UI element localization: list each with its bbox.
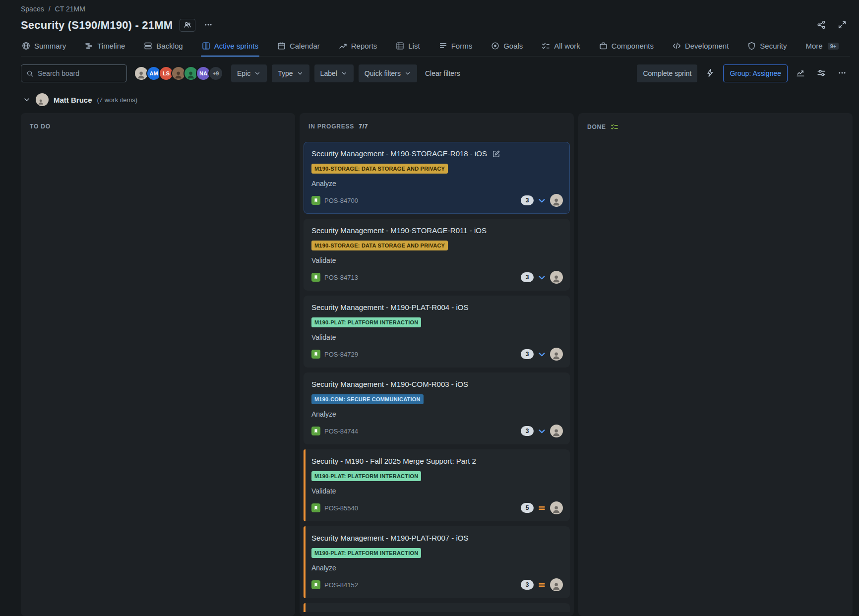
issue-key[interactable]: POS-84729 [324,351,358,358]
breadcrumb-spaces[interactable]: Spaces [21,5,44,13]
card-title-row: Security Management - M190-PLAT-R004 - i… [311,303,563,312]
checklist-icon [611,123,618,131]
card-stripe [304,449,306,521]
timeline-icon [85,42,93,50]
more-icon [838,68,847,79]
board-more-button[interactable] [834,65,850,81]
chip-row: M190-PLAT: PLATFORM INTERACTION [311,317,563,328]
card-status: Analyze [311,563,563,572]
board-toolbar: AMLSNA+9 Epic Type Label Quick filters C… [0,57,859,82]
page-header: Spaces / CT 21MM Security (S190/M190) - … [0,0,859,57]
share-button[interactable] [813,17,829,33]
epic-label-chip[interactable]: M190-PLAT: PLATFORM INTERACTION [311,548,421,558]
epic-label-chip[interactable]: M190-COM: SECURE COMMUNICATION [311,394,424,404]
card-footer: POS-84744 3 [311,425,563,437]
automation-button[interactable] [702,65,718,81]
board-icon [202,42,210,50]
card-pos-84700[interactable]: Security Management - M190-STORAGE-R018 … [304,142,570,214]
fullscreen-button[interactable] [834,17,850,33]
priority-low-icon [538,273,546,282]
filter-type[interactable]: Type [272,64,309,82]
card-status: Validate [311,333,563,342]
issue-key[interactable]: POS-84713 [324,274,358,281]
title-more-button[interactable] [200,17,216,33]
card-title-row: Security Management - M190-STORAGE-R018 … [311,149,563,159]
card-pos-85540[interactable]: Security - M190 - Fall 2025 Merge Suppor… [304,449,570,521]
assignee-avatar[interactable] [550,271,563,284]
card-status: Analyze [311,179,563,188]
epic-label-chip[interactable]: M190-PLAT: PLATFORM INTERACTION [311,317,421,327]
card-pos-84713[interactable]: Security Management - M190-STORAGE-R011 … [304,219,570,291]
assignee-avatar[interactable] [550,501,563,514]
filter-label[interactable]: Label [314,64,354,82]
search-input[interactable] [38,69,122,77]
card-partial[interactable] [304,603,570,612]
chevron-down-icon [341,70,348,77]
swimlane-header[interactable]: Matt Bruce (7 work items) [0,82,859,106]
automation-icon [706,68,715,79]
view-settings-button[interactable] [813,65,829,81]
tab-backlog[interactable]: Backlog [143,41,184,56]
assignee-avatar[interactable] [550,578,563,591]
tab-forms[interactable]: Forms [438,41,474,56]
tab-list[interactable]: List [395,41,421,56]
column-header: DONE [582,117,849,143]
issue-key[interactable]: POS-84152 [324,581,358,589]
tab-timeline[interactable]: Timeline [84,41,126,56]
group-by-button[interactable]: Group: Assignee [723,64,788,82]
backlog-icon [144,42,152,50]
card-list: Security Management - M190-STORAGE-R018 … [304,142,570,612]
tab-security[interactable]: Security [746,41,788,56]
epic-label-chip[interactable]: M190-STORAGE: DATA STORAGE AND PRIVACY [311,164,448,174]
chevron-down-icon [404,70,411,77]
filter-epic[interactable]: Epic [231,64,267,82]
insights-chart-icon [796,68,805,79]
avatar-overflow[interactable]: +9 [208,66,223,81]
tab-active-sprints[interactable]: Active sprints [201,41,259,56]
insights-button[interactable] [793,65,808,81]
card-title-row: Security - M190 - Fall 2025 Merge Suppor… [311,456,563,466]
card-footer: POS-84152 3 [311,578,563,591]
card-pos-84744[interactable]: Security Management - M190-COM-R003 - iO… [304,372,570,444]
app-root: Spaces / CT 21MM Security (S190/M190) - … [0,0,859,616]
edit-icon[interactable] [492,150,500,158]
breadcrumb: Spaces / CT 21MM [21,5,850,13]
shield-icon [747,42,756,50]
assignee-avatar[interactable] [550,425,563,437]
filter-quick-filters[interactable]: Quick filters [359,64,417,82]
board-members-button[interactable] [180,19,195,32]
tab-all-work[interactable]: All work [541,41,581,56]
card-pos-84152[interactable]: Security Management - M190-PLAT-R007 - i… [304,526,570,598]
assignee-avatar[interactable] [550,194,563,207]
tab-components[interactable]: Components [598,41,655,56]
estimate-badge: 3 [521,195,534,205]
breadcrumb-project[interactable]: CT 21MM [55,5,85,13]
epic-label-chip[interactable]: M190-PLAT: PLATFORM INTERACTION [311,471,421,481]
chevron-down-icon[interactable] [23,96,31,104]
clear-filters-button[interactable]: Clear filters [422,69,463,77]
avatar-group: AMLSNA+9 [134,66,223,81]
priority-low-icon [538,427,546,435]
epic-label-chip[interactable]: M190-STORAGE: DATA STORAGE AND PRIVACY [311,241,448,250]
issue-key[interactable]: POS-84700 [324,197,358,204]
card-status: Validate [311,487,563,495]
assignee-avatar[interactable] [550,348,563,361]
tab-calendar[interactable]: Calendar [276,41,321,56]
tab-goals[interactable]: Goals [490,41,524,56]
complete-sprint-button[interactable]: Complete sprint [637,64,697,82]
tab-more[interactable]: More 9+ [805,41,840,56]
story-type-icon [311,580,320,589]
tab-summary[interactable]: Summary [21,41,67,56]
tab-development[interactable]: Development [672,41,730,56]
card-pos-84729[interactable]: Security Management - M190-PLAT-R004 - i… [304,296,570,368]
issue-key[interactable]: POS-85540 [324,504,358,512]
issue-key[interactable]: POS-84744 [324,428,358,435]
globe-icon [22,42,30,50]
board: TO DO IN PROGRESS 7/7 Security Managemen… [21,113,853,616]
tab-reports[interactable]: Reports [338,41,378,56]
card-list [582,143,849,612]
estimate-badge: 5 [521,503,534,513]
tab-label: Calendar [290,42,320,50]
tab-label: Forms [451,42,473,50]
column-count: 7/7 [359,123,368,130]
